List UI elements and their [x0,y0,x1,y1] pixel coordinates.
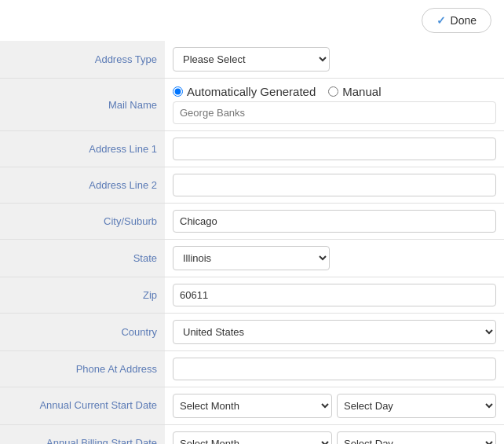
annual-current-month-select[interactable]: Select Month JanuaryFebruaryMarch AprilM… [173,394,332,418]
mail-name-label: Mail Name [0,79,165,131]
manual-radio[interactable] [328,86,338,97]
address-type-select[interactable]: Please Select Home Work Other [173,47,330,72]
annual-current-label: Annual Current Start Date [0,387,165,425]
address-line1-label: Address Line 1 [0,131,165,167]
country-row: Country United States Canada United King… [0,314,504,351]
phone-input[interactable] [173,358,496,380]
state-label: State [0,240,165,277]
annual-current-cell: Select Month JanuaryFebruaryMarch AprilM… [165,387,504,425]
country-label: Country [0,314,165,351]
check-icon: ✓ [436,14,446,27]
state-select[interactable]: Illinois Alabama Alaska Arizona Californ… [173,246,330,270]
phone-row: Phone At Address [0,351,504,387]
annual-current-date-group: Select Month JanuaryFebruaryMarch AprilM… [173,394,496,418]
address-type-label: Address Type [0,41,165,79]
zip-cell [165,277,504,314]
auto-generated-option[interactable]: Automatically Generated [173,85,316,98]
annual-billing-day-select[interactable]: Select Day 12345 678910 1112131415 16171… [337,431,496,444]
done-label: Done [451,14,477,27]
zip-row: Zip [0,277,504,314]
address-line2-label: Address Line 2 [0,167,165,204]
address-line1-cell [165,131,504,167]
country-select[interactable]: United States Canada United Kingdom Aust… [173,320,496,344]
zip-input[interactable] [173,284,496,306]
city-cell [165,204,504,240]
address-type-cell: Please Select Home Work Other [165,41,504,79]
address-line1-input[interactable] [173,138,496,160]
top-bar: ✓ Done [0,0,504,41]
address-form: Address Type Please Select Home Work Oth… [0,41,504,444]
done-button[interactable]: ✓ Done [422,8,491,33]
annual-current-day-select[interactable]: Select Day 12345 678910 1112131415 16171… [337,394,496,418]
auto-generated-label: Automatically Generated [187,85,316,98]
mail-name-input[interactable] [173,101,496,124]
manual-option[interactable]: Manual [328,85,381,98]
country-cell: United States Canada United Kingdom Aust… [165,314,504,351]
address-type-row: Address Type Please Select Home Work Oth… [0,41,504,79]
mail-name-cell: Automatically Generated Manual [165,79,504,131]
phone-label: Phone At Address [0,351,165,387]
city-row: City/Suburb [0,204,504,240]
annual-current-row: Annual Current Start Date Select Month J… [0,387,504,425]
mail-name-radio-group: Automatically Generated Manual [173,85,496,98]
manual-label: Manual [342,85,381,98]
city-label: City/Suburb [0,204,165,240]
state-cell: Illinois Alabama Alaska Arizona Californ… [165,240,504,277]
city-input[interactable] [173,210,496,233]
auto-generated-radio[interactable] [173,86,183,97]
annual-billing-month-select[interactable]: Select Month JanuaryFebruaryMarch AprilM… [173,431,332,444]
address-line2-row: Address Line 2 [0,167,504,204]
annual-billing-row: Annual Billing Start Date Select Month J… [0,425,504,445]
address-line2-cell [165,167,504,204]
annual-billing-date-group: Select Month JanuaryFebruaryMarch AprilM… [173,431,496,444]
address-line2-input[interactable] [173,174,496,196]
annual-billing-cell: Select Month JanuaryFebruaryMarch AprilM… [165,425,504,445]
phone-cell [165,351,504,387]
annual-billing-label: Annual Billing Start Date [0,425,165,445]
address-line1-row: Address Line 1 [0,131,504,167]
zip-label: Zip [0,277,165,314]
state-row: State Illinois Alabama Alaska Arizona Ca… [0,240,504,277]
mail-name-row: Mail Name Automatically Generated Manual [0,79,504,131]
